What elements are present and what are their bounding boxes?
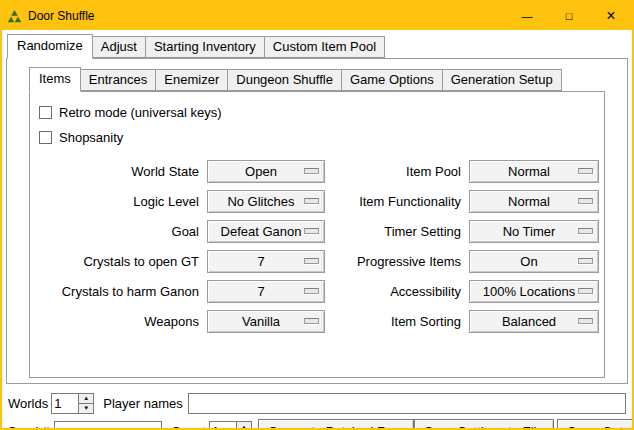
inner-notebook: Items Entrances Enemizer Dungeon Shuffle… <box>29 67 605 378</box>
item-pool-value: Normal <box>508 164 560 179</box>
settings-grid: World State Open Item Pool Normal Logic … <box>36 156 598 336</box>
world-state-dropdown[interactable]: Open <box>207 160 325 183</box>
spin-down-icon[interactable]: ▼ <box>79 403 93 413</box>
tab-dungeon-shuffle[interactable]: Dungeon Shuffle <box>227 69 342 91</box>
goal-dropdown[interactable]: Defeat Ganon <box>207 220 325 243</box>
window-controls: — □ × <box>506 2 632 30</box>
close-button[interactable]: × <box>590 2 632 30</box>
crystals-ganon-dropdown[interactable]: 7 <box>207 280 325 303</box>
titlebar: Door Shuffle — □ × <box>2 2 632 30</box>
weapons-label: Weapons <box>36 314 201 329</box>
timer-setting-label: Timer Setting <box>331 224 463 239</box>
optionmenu-indicator-icon <box>304 258 319 264</box>
count-spin-arrows: ▲ ▼ <box>236 422 251 430</box>
item-sorting-value: Balanced <box>502 314 566 329</box>
crystals-gt-value: 7 <box>257 254 274 269</box>
optionmenu-indicator-icon <box>304 288 319 294</box>
optionmenu-indicator-icon <box>578 258 593 264</box>
item-functionality-dropdown[interactable]: Normal <box>469 190 599 213</box>
optionmenu-indicator-icon <box>578 318 593 324</box>
tab-entrances[interactable]: Entrances <box>80 69 157 91</box>
crystals-gt-label: Crystals to open GT <box>36 254 201 269</box>
worlds-spinbox[interactable]: ▲ ▼ <box>51 393 94 414</box>
tab-generation-setup[interactable]: Generation Setup <box>442 69 562 91</box>
tab-randomize[interactable]: Randomize <box>7 34 93 59</box>
item-pool-dropdown[interactable]: Normal <box>469 160 599 183</box>
timer-setting-value: No Timer <box>503 224 566 239</box>
crystals-ganon-value: 7 <box>257 284 274 299</box>
weapons-dropdown[interactable]: Vanilla <box>207 310 325 333</box>
window-content: Randomize Adjust Starting Inventory Cust… <box>2 30 632 430</box>
optionmenu-indicator-icon <box>304 318 319 324</box>
optionmenu-indicator-icon <box>578 168 593 174</box>
optionmenu-indicator-icon <box>304 168 319 174</box>
tab-starting-inventory[interactable]: Starting Inventory <box>145 36 265 58</box>
progressive-items-label: Progressive Items <box>331 254 463 269</box>
item-functionality-label: Item Functionality <box>331 194 463 209</box>
tab-game-options[interactable]: Game Options <box>341 69 443 91</box>
seed-input[interactable] <box>54 421 162 430</box>
randomize-panel: Items Entrances Enemizer Dungeon Shuffle… <box>6 58 628 384</box>
items-panel: Retro mode (universal keys) Shopsanity W… <box>29 91 605 378</box>
seed-row: Seed # Count ▲ ▼ Generate Patched Rom Sa… <box>8 419 626 430</box>
item-pool-label: Item Pool <box>331 164 463 179</box>
crystals-ganon-label: Crystals to harm Ganon <box>36 284 201 299</box>
item-functionality-value: Normal <box>508 194 560 209</box>
logic-level-dropdown[interactable]: No Glitches <box>207 190 325 213</box>
accessibility-value: 100% Locations <box>483 284 586 299</box>
item-sorting-label: Item Sorting <box>331 314 463 329</box>
optionmenu-indicator-icon <box>578 198 593 204</box>
player-names-label: Player names <box>103 396 182 411</box>
logic-level-value: No Glitches <box>227 194 304 209</box>
app-icon <box>7 9 22 24</box>
progressive-items-value: On <box>520 254 547 269</box>
optionmenu-indicator-icon <box>578 228 593 234</box>
tab-enemizer[interactable]: Enemizer <box>155 69 228 91</box>
spin-up-icon[interactable]: ▲ <box>79 394 93 403</box>
crystals-gt-dropdown[interactable]: 7 <box>207 250 325 273</box>
outer-tab-bar: Randomize Adjust Starting Inventory Cust… <box>2 34 632 58</box>
player-names-input[interactable] <box>188 393 626 414</box>
worlds-input[interactable] <box>52 394 78 413</box>
progressive-items-dropdown[interactable]: On <box>469 250 599 273</box>
accessibility-dropdown[interactable]: 100% Locations <box>469 280 599 303</box>
count-input[interactable] <box>210 422 236 430</box>
worlds-label: Worlds <box>8 396 48 411</box>
shopsanity-checkbox[interactable] <box>39 131 52 144</box>
item-sorting-dropdown[interactable]: Balanced <box>469 310 599 333</box>
seed-label: Seed # <box>8 424 49 430</box>
maximize-button[interactable]: □ <box>548 2 590 30</box>
weapons-value: Vanilla <box>242 314 290 329</box>
world-state-value: Open <box>245 164 287 179</box>
optionmenu-indicator-icon <box>304 228 319 234</box>
count-label: Count <box>171 424 206 430</box>
world-state-label: World State <box>36 164 201 179</box>
tab-adjust[interactable]: Adjust <box>92 36 146 58</box>
goal-label: Goal <box>36 224 201 239</box>
generate-patched-rom-button[interactable]: Generate Patched Rom <box>258 419 415 430</box>
save-settings-button[interactable]: Save Settings to File <box>414 419 553 430</box>
minimize-button[interactable]: — <box>506 2 548 30</box>
accessibility-label: Accessibility <box>331 284 463 299</box>
goal-value: Defeat Ganon <box>221 224 312 239</box>
tab-custom-item-pool[interactable]: Custom Item Pool <box>264 36 385 58</box>
retro-mode-label: Retro mode (universal keys) <box>59 105 222 120</box>
open-output-directory-button[interactable]: Open Output Directory <box>557 419 634 430</box>
worlds-row: Worlds ▲ ▼ Player names <box>8 392 626 414</box>
spin-up-icon[interactable]: ▲ <box>237 422 251 430</box>
shopsanity-row: Shopsanity <box>36 125 598 150</box>
inner-tab-bar: Items Entrances Enemizer Dungeon Shuffle… <box>29 67 605 91</box>
worlds-spin-arrows: ▲ ▼ <box>78 394 93 413</box>
app-window: Door Shuffle — □ × Randomize Adjust Star… <box>0 0 634 430</box>
tab-items[interactable]: Items <box>29 67 81 92</box>
count-spinbox[interactable]: ▲ ▼ <box>209 421 252 430</box>
retro-mode-checkbox[interactable] <box>39 106 52 119</box>
retro-mode-row: Retro mode (universal keys) <box>36 100 598 125</box>
shopsanity-label: Shopsanity <box>59 130 123 145</box>
window-title: Door Shuffle <box>28 9 95 23</box>
logic-level-label: Logic Level <box>36 194 201 209</box>
optionmenu-indicator-icon <box>304 198 319 204</box>
optionmenu-indicator-icon <box>578 288 593 294</box>
timer-setting-dropdown[interactable]: No Timer <box>469 220 599 243</box>
